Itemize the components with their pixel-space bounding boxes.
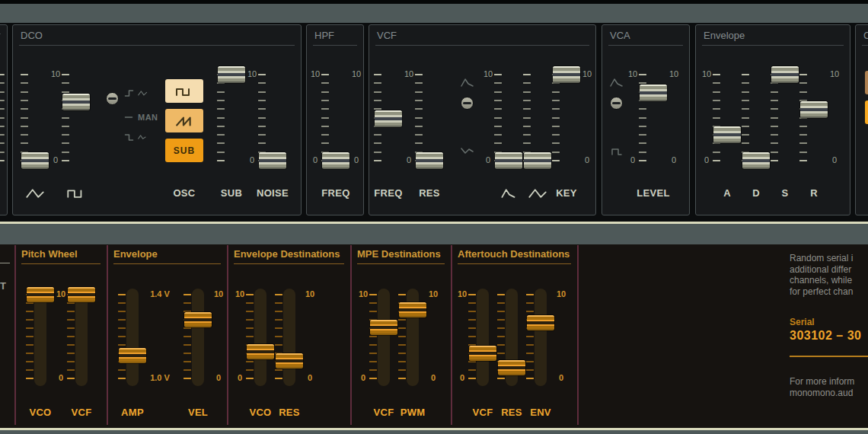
slider-handle-amp[interactable] [119,348,146,363]
serial-divider [790,356,868,357]
tick-mark [258,108,266,110]
tick-mark [713,74,720,75]
scale-min-label: 0 [304,373,316,382]
slider-scale: 100 [55,270,67,423]
slider-handle-env[interactable] [527,315,554,330]
switch-option[interactable] [124,132,148,144]
tick-mark [523,74,531,75]
tick-mark [67,311,75,312]
selector-knob[interactable] [610,97,623,110]
slider-handle-level[interactable] [640,85,667,101]
info-line: for perfect chan [790,286,853,298]
tick-mark [183,302,191,304]
top-band [0,4,868,23]
slider-label-text: VCF [72,407,92,418]
tick-mark [552,142,560,144]
tick-mark [275,302,282,304]
tick-mark [217,142,225,144]
slider-handle-s[interactable] [771,66,799,83]
tick-mark [183,344,191,346]
tick-mark [246,378,254,379]
tick-mark [468,311,476,312]
tick-mark [523,108,531,110]
pulse-button[interactable] [165,79,203,103]
tick-mark [21,91,28,93]
tick-mark [321,100,329,101]
tick-mark [523,126,531,127]
slider-handle-env[interactable] [495,152,522,169]
slider-handle-key[interactable] [553,66,580,83]
color-button[interactable] [865,71,868,94]
slider-handle-noise[interactable] [259,152,286,169]
slider-handle-res[interactable] [498,360,525,375]
tick-mark [415,74,423,75]
tick-mark [374,91,381,93]
slider-handle-d[interactable] [742,152,770,169]
slider-handle-tri[interactable] [21,152,49,169]
tick-mark [398,336,406,337]
switch-option[interactable] [124,88,148,100]
section-title: Envelope Destinations [228,245,350,260]
slider-scale: 100 [555,270,567,423]
slider-tri [523,48,552,200]
info-paragraph: Random serial i additional differ channe… [790,253,853,297]
scale-min-label: 0 [668,155,680,164]
tick-mark [0,82,5,84]
tick-mark [526,353,534,354]
slider-handle-vcf[interactable] [370,320,397,335]
tick-mark [0,74,5,75]
slider-handle-tri[interactable] [524,152,551,169]
slider-handle-vcf[interactable] [68,287,95,302]
scale-min-label: 0 [212,373,225,382]
slider-handle-vcf[interactable] [469,346,496,361]
slider-label: RES [400,187,459,199]
slider-handle-freq[interactable] [322,152,349,169]
tick-mark [742,108,749,110]
tick-mark [497,353,505,354]
scale-min-label: 0 [403,155,415,164]
env-icon [461,77,474,91]
slider-handle-vel[interactable] [184,312,212,327]
tick-mark [799,142,807,144]
slider-vco: VCO [246,270,275,423]
slider-handle-pulse[interactable] [62,94,90,110]
slider-handle-sub[interactable] [218,66,245,83]
tick-mark [523,91,531,93]
tick-mark [246,336,254,337]
slider-handle-r[interactable] [800,101,828,118]
slider-handle-freq[interactable] [375,110,402,127]
slider-vcf: VCF [369,270,398,423]
slider-res: RES [415,48,444,200]
section-underline [0,263,10,263]
tick-mark [552,100,560,101]
tick-mark [0,108,5,110]
slider-handle-vco[interactable] [247,344,274,359]
saw-button[interactable] [165,109,203,132]
tick-mark [217,160,225,161]
selector-knob[interactable] [106,92,119,105]
tick-mark [26,336,34,337]
slider-handle-res[interactable] [416,152,443,169]
tick-mark [0,126,5,127]
tick-mark [799,160,807,161]
section-hpf: HPF 100FREQ100 [306,24,364,215]
slider-handle-res[interactable] [276,353,303,369]
sub-button[interactable]: SUB [165,139,203,162]
tick-mark [369,353,377,354]
slider-label-text: NOISE [257,187,289,199]
slider-scale: 100 [482,48,494,200]
slider-label-text: VEL [188,407,208,418]
selector-knob[interactable] [461,97,474,110]
color-button[interactable] [865,101,868,124]
mid-band [0,224,868,244]
tick-mark [639,142,646,144]
slider-handle-pwm[interactable] [399,302,426,318]
slider-scale: 100 [212,270,225,423]
scale-max-label: 10 [304,289,316,298]
switch-option[interactable]: MAN [124,111,158,123]
slider-handle-a[interactable] [713,126,741,143]
slider-handle-vco[interactable] [27,287,54,302]
tick-mark [26,344,34,346]
tick-mark [369,344,377,346]
scale-max-label: 10 [700,69,713,78]
